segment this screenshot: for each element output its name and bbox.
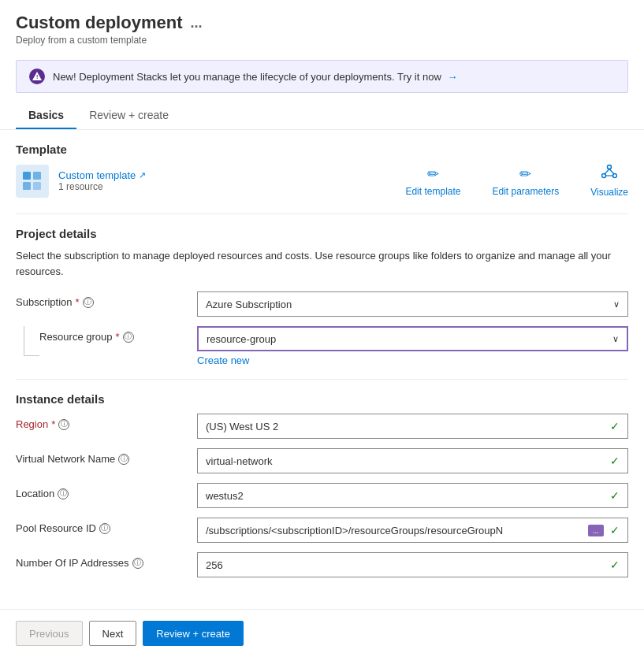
svg-point-5	[608, 165, 612, 169]
vnet-name-value-box[interactable]: virtual-network ✓	[197, 448, 628, 473]
svg-rect-3	[23, 182, 31, 190]
svg-rect-2	[33, 172, 41, 180]
edit-parameters-button[interactable]: ✏ Edit parameters	[492, 165, 559, 197]
visualize-icon	[601, 164, 617, 184]
edit-parameters-icon: ✏	[519, 165, 531, 183]
location-value-box[interactable]: westus2 ✓	[197, 483, 628, 508]
vnet-name-label: Virtual Network Name ⓘ	[16, 448, 189, 465]
create-new-link[interactable]: Create new	[197, 354, 249, 366]
resource-group-required: *	[116, 331, 120, 343]
template-info: Custom template ↗ 1 resource	[58, 169, 146, 192]
subscription-row: Subscription * ⓘ Azure Subscription ∨	[16, 291, 628, 317]
tab-basics[interactable]: Basics	[16, 102, 76, 129]
svg-rect-4	[33, 182, 41, 190]
svg-point-7	[613, 174, 617, 178]
subscription-required-star: *	[76, 296, 80, 308]
template-icon	[16, 165, 49, 198]
region-label: Region * ⓘ	[16, 414, 189, 430]
banner-icon: !	[29, 69, 45, 84]
svg-line-9	[609, 169, 614, 175]
main-content: Template Custom template ↗ 1 resource	[0, 130, 644, 599]
region-info-icon[interactable]: ⓘ	[58, 419, 69, 430]
edit-template-button[interactable]: ✏ Edit template	[405, 165, 460, 197]
vnet-name-check-icon: ✓	[610, 455, 620, 467]
project-details-section: Project details Select the subscription …	[16, 227, 628, 366]
instance-details-section: Instance details Region * ⓘ (US) West US…	[16, 392, 628, 577]
region-value-box[interactable]: (US) West US 2 ✓	[197, 414, 628, 439]
next-button[interactable]: Next	[89, 621, 137, 646]
divider-2	[16, 379, 628, 380]
ip-addresses-check-icon: ✓	[610, 559, 620, 571]
location-check-icon: ✓	[610, 489, 620, 502]
footer: Previous Next Review + create	[0, 609, 644, 657]
banner-link[interactable]: →	[447, 71, 457, 83]
ip-addresses-value-box[interactable]: 256 ✓	[197, 552, 628, 577]
divider-1	[16, 213, 628, 214]
page-title-text: Custom deployment	[16, 13, 182, 33]
external-link-icon: ↗	[139, 170, 146, 180]
vnet-name-info-icon[interactable]: ⓘ	[118, 454, 129, 465]
pool-resource-id-value-box[interactable]: /subscriptions/<subscriptionID>/resource…	[197, 518, 628, 543]
resource-group-input-col: resource-group ∨ Create new	[197, 326, 628, 366]
ip-addresses-row: Number Of IP Addresses ⓘ 256 ✓	[16, 552, 628, 577]
region-row: Region * ⓘ (US) West US 2 ✓	[16, 414, 628, 439]
region-check-icon: ✓	[610, 420, 620, 432]
review-create-button[interactable]: Review + create	[143, 621, 244, 646]
svg-point-6	[602, 174, 606, 178]
resource-group-info-icon[interactable]: ⓘ	[123, 332, 134, 343]
ip-addresses-info-icon[interactable]: ⓘ	[132, 558, 143, 569]
location-label: Location ⓘ	[16, 483, 189, 499]
location-info-icon[interactable]: ⓘ	[58, 488, 69, 499]
subscription-input-col: Azure Subscription ∨	[197, 291, 628, 317]
resource-group-chevron-icon: ∨	[612, 334, 619, 344]
subscription-chevron-icon: ∨	[613, 299, 620, 310]
tab-review-create[interactable]: Review + create	[76, 102, 181, 129]
template-name-link[interactable]: Custom template ↗	[58, 169, 146, 181]
tab-bar: Basics Review + create	[0, 102, 644, 130]
project-details-title: Project details	[16, 227, 628, 240]
banner-text: New! Deployment Stacks let you manage th…	[53, 71, 457, 83]
resource-group-dropdown[interactable]: resource-group ∨	[197, 326, 628, 351]
template-actions: ✏ Edit template ✏ Edit parameters	[405, 164, 628, 198]
previous-button[interactable]: Previous	[16, 621, 83, 646]
subscription-label: Subscription * ⓘ	[16, 291, 189, 308]
svg-text:!: !	[36, 74, 38, 80]
page-subtitle: Deploy from a custom template	[16, 35, 628, 46]
template-section: Template Custom template ↗ 1 resource	[16, 143, 628, 198]
template-resources: 1 resource	[58, 181, 146, 192]
project-description: Select the subscription to manage deploy…	[16, 248, 628, 279]
pool-resource-id-label: Pool Resource ID ⓘ	[16, 518, 189, 534]
visualize-button[interactable]: Visualize	[590, 164, 628, 198]
edit-template-icon: ✏	[427, 165, 439, 183]
pool-resource-id-row: Pool Resource ID ⓘ /subscriptions/<subsc…	[16, 518, 628, 543]
instance-details-title: Instance details	[16, 392, 628, 406]
pool-resource-id-ellipsis-btn[interactable]: ...	[588, 525, 604, 536]
pool-resource-id-info-icon[interactable]: ⓘ	[99, 523, 110, 534]
vnet-name-row: Virtual Network Name ⓘ virtual-network ✓	[16, 448, 628, 473]
template-section-title: Template	[16, 143, 628, 156]
svg-line-8	[605, 169, 609, 175]
pool-resource-id-check-icon: ✓	[610, 524, 620, 536]
header-ellipsis[interactable]: ...	[190, 15, 202, 32]
ip-addresses-label: Number Of IP Addresses ⓘ	[16, 552, 189, 569]
resource-group-label: Resource group	[39, 331, 113, 343]
template-card: Custom template ↗ 1 resource ✏ Edit temp…	[16, 164, 628, 198]
subscription-dropdown[interactable]: Azure Subscription ∨	[197, 291, 628, 317]
deployment-stacks-banner: ! New! Deployment Stacks let you manage …	[16, 60, 628, 93]
page-header: Custom deployment ... Deploy from a cust…	[0, 0, 644, 52]
subscription-info-icon[interactable]: ⓘ	[83, 297, 94, 308]
svg-rect-1	[23, 172, 31, 180]
location-row: Location ⓘ westus2 ✓	[16, 483, 628, 508]
